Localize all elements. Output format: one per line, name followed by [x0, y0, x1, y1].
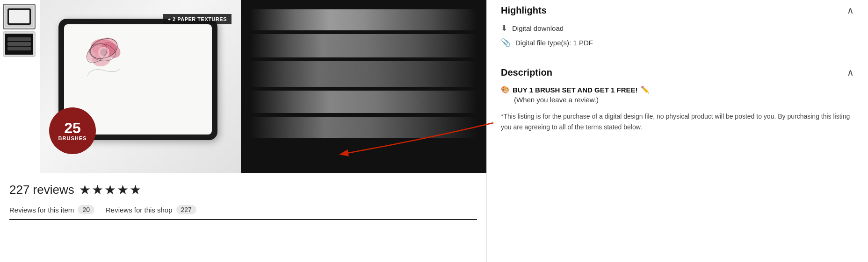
highlights-header: Highlights ∧: [501, 5, 854, 16]
left-section: 25 BRUSHES + 2 PAPER TEXTURES 227 revi: [0, 0, 486, 262]
star-4: ★: [117, 182, 129, 198]
highlights-chevron[interactable]: ∧: [847, 5, 854, 16]
svg-rect-2: [9, 10, 29, 23]
download-icon: ⬇: [501, 23, 507, 33]
highlight-text-download: Digital download: [512, 24, 564, 32]
description-chevron[interactable]: ∧: [847, 67, 854, 78]
star-1: ★: [79, 182, 91, 198]
brushes-badge: 25 BRUSHES: [49, 107, 96, 154]
thumbnail-1[interactable]: [3, 4, 36, 29]
brush-swatch-5: [250, 117, 477, 138]
tab-reviews-for-shop[interactable]: Reviews for this shop 227: [106, 205, 196, 219]
brush-swatch-2: [250, 34, 477, 57]
svg-rect-4: [7, 37, 31, 41]
product-image-right: [241, 0, 486, 173]
promo-subtitle: (When you leave a review.): [501, 96, 854, 104]
svg-rect-6: [7, 47, 31, 50]
promo-emoji: 🎨: [501, 85, 510, 94]
reviews-count-text: 227 reviews: [9, 183, 74, 197]
pencil-icon: ✏️: [641, 85, 650, 94]
tab-shop-label: Reviews for this shop: [106, 206, 173, 214]
tab-reviews-for-item[interactable]: Reviews for this item 20: [9, 205, 94, 220]
paperclip-icon: 📎: [501, 38, 511, 48]
highlight-text-filetype: Digital file type(s): 1 PDF: [515, 39, 593, 47]
tab-shop-count: 227: [176, 205, 196, 214]
highlight-item-download: ⬇ Digital download: [501, 23, 854, 33]
brush-swatch-3: [250, 61, 477, 87]
description-title: Description: [501, 67, 552, 78]
divider: [501, 59, 854, 59]
highlights-title: Highlights: [501, 5, 547, 16]
promo-line: 🎨 BUY 1 BRUSH SET AND GET 1 FREE! ✏️: [501, 85, 854, 94]
tab-item-count: 20: [78, 205, 94, 214]
highlights-list: ⬇ Digital download 📎 Digital file type(s…: [501, 23, 854, 48]
star-rating: ★ ★ ★ ★ ★: [79, 182, 141, 198]
paper-textures-label: + 2 PAPER TEXTURES: [163, 14, 231, 24]
star-3: ★: [104, 182, 116, 198]
reviews-section: 227 reviews ★ ★ ★ ★ ★ Reviews for this i…: [0, 173, 486, 225]
description-section: Description ∧ 🎨 BUY 1 BRUSH SET AND GET …: [501, 67, 854, 133]
star-2: ★: [92, 182, 103, 198]
tab-item-label: Reviews for this item: [9, 206, 74, 214]
star-5: ★: [130, 182, 141, 198]
thumbnail-2[interactable]: [3, 31, 36, 57]
reviews-count-row: 227 reviews ★ ★ ★ ★ ★: [9, 182, 477, 198]
product-images: 25 BRUSHES + 2 PAPER TEXTURES: [0, 0, 486, 173]
right-panel: Highlights ∧ ⬇ Digital download 📎 Digita…: [486, 0, 868, 262]
description-body: *This listing is for the purchase of a d…: [501, 111, 854, 133]
svg-rect-5: [7, 42, 31, 46]
promo-text: BUY 1 BRUSH SET AND GET 1 FREE!: [513, 86, 638, 94]
reviews-tabs-row: Reviews for this item 20 Reviews for thi…: [9, 205, 477, 220]
highlight-item-filetype: 📎 Digital file type(s): 1 PDF: [501, 38, 854, 48]
brush-swatch-4: [250, 91, 477, 113]
brush-swatch-1: [250, 9, 477, 30]
product-image-left: 25 BRUSHES + 2 PAPER TEXTURES: [40, 0, 241, 173]
description-header: Description ∧: [501, 67, 854, 78]
thumbnail-strip: [0, 0, 40, 173]
